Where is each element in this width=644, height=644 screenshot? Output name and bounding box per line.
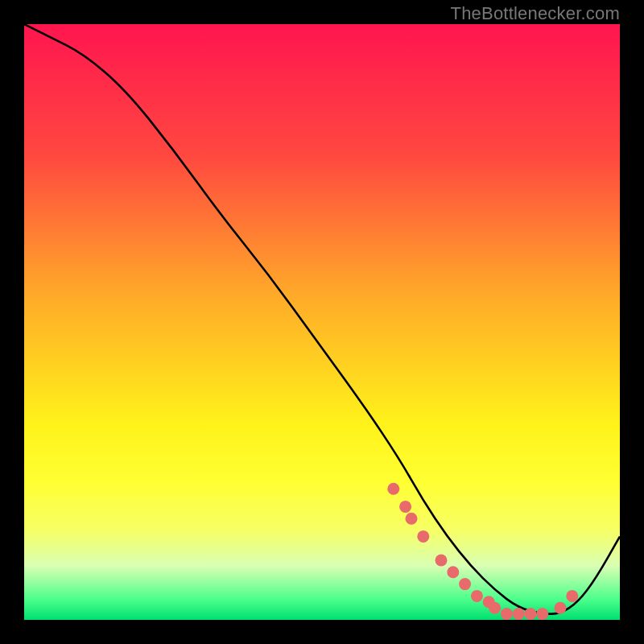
marker-dot [447,566,459,578]
marker-dot [399,501,411,513]
marker-dot [489,602,501,614]
marker-dot [471,590,483,602]
marker-dot [566,590,578,602]
marker-dot [555,602,567,614]
chart-frame: TheBottlenecker.com [0,0,644,644]
chart-svg [24,24,620,620]
marker-dot [459,578,471,590]
marker-dot [536,608,548,620]
plot-area [24,24,620,620]
watermark-text: TheBottlenecker.com [451,3,620,24]
marker-dot [525,608,537,620]
marker-dot [513,608,525,620]
marker-dot [501,608,513,620]
marker-dot [436,555,448,567]
marker-dot [406,513,418,525]
marker-dot [417,530,429,543]
gradient-background [24,24,620,620]
marker-dot [387,483,399,495]
